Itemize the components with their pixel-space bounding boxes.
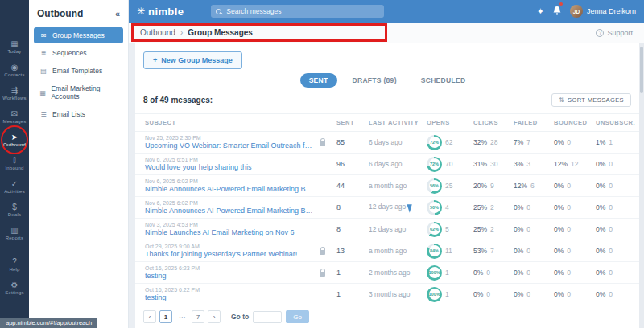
notification-badge-dot [559,2,563,6]
clicks-count: 7 [490,247,494,255]
rail-item-contacts[interactable]: ◉ Contacts [0,59,29,82]
apps-icon[interactable]: ✦ [537,7,544,16]
last-activity-text: a month ago [369,182,407,190]
nimble-logo[interactable]: ✳ nimble [137,6,184,18]
sent-count: 8 [336,203,369,211]
tab-sent[interactable]: SENT [300,73,337,88]
opens-percent: 100% [429,289,440,300]
unsubscribed-cell: 0%0 [596,182,639,190]
rail-item-outbound[interactable]: ➤ Outbound [0,129,29,152]
unsubscribed-percent: 0% [596,160,605,168]
page-1[interactable]: 1 [159,310,172,323]
sidebar-item-icon: ▤ [39,68,47,75]
rail-item-help[interactable]: ? Help [0,253,29,277]
rail-item-workflows[interactable]: ⇶ Workflows [0,82,29,105]
message-subject-link[interactable]: testing [145,293,315,301]
rail-item-inbound[interactable]: ⇩ Inbound [0,152,29,175]
message-tabs: SENT DRAFTS (89) SCHEDULED [135,73,639,88]
column-header-last-activity[interactable]: LAST ACTIVITY [369,119,427,126]
scrollbar-thumb[interactable] [640,47,643,93]
sidebar-item-sequences[interactable]: ≣ Sequences [34,45,123,61]
bell-icon [553,6,561,15]
sidebar-item-group-messages[interactable]: ✉ Group Messages [34,27,123,43]
table-row[interactable]: Nov 6, 2025 6:51 PM Would love your help… [135,154,639,175]
last-activity-text: 12 days ago [369,225,406,233]
breadcrumb-outbound[interactable]: Outbound [140,28,175,37]
column-header-subject[interactable]: SUBJECT [145,119,336,126]
column-header-unsubscr[interactable]: UNSUBSCR. [596,119,639,126]
rail-item-deals[interactable]: $ Deals [0,199,29,222]
user-menu[interactable]: JD Jenna Dreikorn [570,5,636,18]
message-date: Nov 25, 2025 2:30 PM [145,135,315,141]
top-header: ✳ nimble ✦ JD Jenna Dreikorn [129,0,644,23]
clicks-count: 28 [490,138,497,146]
clicks-percent: 25% [473,225,487,233]
lock-icon [320,141,325,146]
sidebar-item-icon: ✉ [39,32,47,39]
failed-cell: 0%0 [514,269,554,277]
sidebar-item-email-marketing-accounts[interactable]: ▦ Email Marketing Accounts [34,80,123,105]
message-subject-link[interactable]: Nimble Announces AI-Powered Email Market… [145,207,315,215]
sidebar-item-email-templates[interactable]: ▤ Email Templates [34,63,123,79]
opens-count: 25 [445,182,452,190]
bounced-cell: 0%0 [554,182,596,190]
message-subject-link[interactable]: Thanks for joining yesterday's Partner W… [145,250,315,258]
message-subject-link[interactable]: testing [145,272,315,280]
rail-item-settings[interactable]: ⚙ Settings [0,277,29,300]
column-header-clicks[interactable]: CLICKS [473,119,514,126]
message-subject-link[interactable]: Upcoming VO Webinar: Smarter Email Outre… [145,141,315,150]
go-button[interactable]: Go [286,310,309,323]
bounced-cell: 0%0 [554,203,596,211]
rail-item-messages[interactable]: ✉ Messages [0,105,29,129]
column-header-opens[interactable]: OPENS [427,119,473,126]
new-group-message-button[interactable]: + New Group Message [143,51,242,69]
unsubscribed-count: 0 [609,160,613,168]
failed-cell: 7%7 [514,138,554,146]
rail-label: Messages [3,119,27,124]
table-row[interactable]: Nov 6, 2025 6:02 PM Nimble Announces AI-… [135,175,639,197]
rail-item-reports[interactable]: ▥ Reports [0,222,29,245]
column-header-sent[interactable]: SENT [336,119,369,126]
sidebar-item-label: Email Templates [52,67,102,75]
opens-percent: 62% [429,223,440,235]
prev-page[interactable]: ‹ [143,310,156,323]
unsubscribed-percent: 1% [596,138,605,146]
next-page[interactable]: › [208,310,221,323]
tab-scheduled[interactable]: SCHEDULED [412,73,475,88]
column-header-bounced[interactable]: BOUNCED [554,119,596,126]
bounced-count: 12 [571,160,578,168]
search-input[interactable] [226,7,379,15]
message-subject-link[interactable]: Would love your help sharing this [145,163,315,171]
table-row[interactable]: Nov 6, 2025 6:02 PM Nimble Announces AI-… [135,197,639,219]
last-activity: 2 months ago [369,269,427,277]
collapse-sidebar-icon[interactable]: « [115,9,120,18]
lock-icon [320,250,325,255]
vertical-scrollbar[interactable] [639,43,644,328]
sidebar-item-icon: ☰ [39,111,47,118]
rail-label: Outbound [3,142,26,147]
table-row[interactable]: Oct 29, 2025 9:00 AM Thanks for joining … [135,240,639,262]
sort-messages-button[interactable]: ⇅ SORT MESSAGES [551,93,631,107]
notifications-bell-icon[interactable] [553,4,561,18]
rail-label: Inbound [5,166,23,170]
support-link[interactable]: ? Support [596,29,633,37]
rail-item-activities[interactable]: ✓ Activities [0,175,29,199]
message-subject-link[interactable]: Nimble Announces AI-Powered Email Market… [145,185,315,193]
table-row[interactable]: Oct 16, 2025 6:22 PM testing 1 3 months … [135,284,639,305]
table-row[interactable]: Nov 25, 2025 2:30 PM Upcoming VO Webinar… [135,132,639,154]
rail-icon: ▥ [10,227,18,235]
message-subject-link[interactable]: Nimble Launches AI Email Marketing on No… [145,228,315,236]
sidebar-item-email-lists[interactable]: ☰ Email Lists [34,106,123,122]
page-7[interactable]: 7 [192,310,204,323]
last-activity-text: 6 days ago [369,160,402,168]
bounced-cell: 0%0 [554,269,596,277]
unsubscribed-percent: 0% [596,182,605,190]
rail-item-today[interactable]: ▦ Today [0,35,29,59]
tab-drafts-89[interactable]: DRAFTS (89) [344,73,406,88]
table-row[interactable]: Oct 16, 2025 6:23 PM testing 1 2 months … [135,262,639,284]
table-row[interactable]: Nov 3, 2025 4:53 PM Nimble Launches AI E… [135,219,639,240]
goto-page-input[interactable] [253,311,282,323]
global-search-bar[interactable] [211,5,384,18]
last-activity: 12 days ago [369,225,427,233]
column-header-failed[interactable]: FAILED [514,119,554,126]
